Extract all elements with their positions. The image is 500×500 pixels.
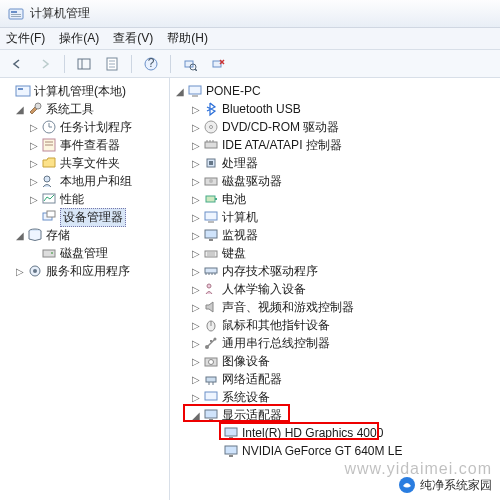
twisty-icon[interactable]: ▷ — [190, 140, 202, 151]
device-node-nvidia[interactable]: ▷ NVIDIA GeForce GT 640M LE — [170, 442, 500, 460]
device-node-keyboards[interactable]: ▷ 键盘 — [170, 244, 500, 262]
storage-icon — [27, 227, 43, 243]
svg-rect-71 — [206, 377, 216, 382]
tree-node-event-viewer[interactable]: ▷ 事件查看器 — [0, 136, 169, 154]
watermark-brand: 纯净系统家园 — [398, 476, 492, 494]
performance-icon — [41, 191, 57, 207]
twisty-icon[interactable]: ▷ — [190, 338, 202, 349]
tree-node-performance[interactable]: ▷ 性能 — [0, 190, 169, 208]
device-node-monitors[interactable]: ▷ 监视器 — [170, 226, 500, 244]
twisty-icon[interactable]: ◢ — [14, 104, 26, 115]
tree-node-task-scheduler[interactable]: ▷ 任务计划程序 — [0, 118, 169, 136]
mouse-icon — [203, 317, 219, 333]
tree-label: 磁盘驱动器 — [222, 173, 282, 190]
toolbar-separator — [64, 55, 65, 73]
device-node-system[interactable]: ▷ 系统设备 — [170, 388, 500, 406]
tree-node-shared-folders[interactable]: ▷ 共享文件夹 — [0, 154, 169, 172]
display-adapter-icon — [203, 407, 219, 423]
right-tree[interactable]: ◢ PONE-PC ▷ Bluetooth USB ▷ DVD/CD-ROM 驱… — [170, 78, 500, 500]
battery-icon — [203, 191, 219, 207]
device-node-bluetooth[interactable]: ▷ Bluetooth USB — [170, 100, 500, 118]
tree-label: 人体学输入设备 — [222, 281, 306, 298]
twisty-icon[interactable]: ◢ — [14, 230, 26, 241]
twisty-icon[interactable]: ◢ — [190, 410, 202, 421]
svg-rect-53 — [209, 239, 213, 241]
tree-node-system-tools[interactable]: ◢ 系统工具 — [0, 100, 169, 118]
svg-rect-54 — [205, 251, 217, 257]
back-button[interactable] — [6, 53, 28, 75]
twisty-icon[interactable]: ▷ — [14, 266, 26, 277]
pc-icon — [203, 209, 219, 225]
properties-button[interactable] — [101, 53, 123, 75]
twisty-icon[interactable]: ▷ — [190, 194, 202, 205]
show-hide-tree-button[interactable] — [73, 53, 95, 75]
twisty-icon[interactable]: ▷ — [190, 158, 202, 169]
device-node-mice[interactable]: ▷ 鼠标和其他指针设备 — [170, 316, 500, 334]
menu-view[interactable]: 查看(V) — [113, 30, 153, 47]
device-node-usb[interactable]: ▷ 通用串行总线控制器 — [170, 334, 500, 352]
twisty-icon[interactable]: ▷ — [190, 212, 202, 223]
device-node-memory[interactable]: ▷ 内存技术驱动程序 — [170, 262, 500, 280]
twisty-icon[interactable]: ◢ — [174, 86, 186, 97]
left-tree[interactable]: ▸ 计算机管理(本地) ◢ 系统工具 ▷ 任务计划程序 ▷ 事件查看器 ▷ 共享… — [0, 78, 170, 500]
tree-label: 任务计划程序 — [60, 119, 132, 136]
tree-node-root[interactable]: ▸ 计算机管理(本地) — [0, 82, 169, 100]
twisty-icon[interactable]: ▷ — [28, 122, 40, 133]
device-node-intel[interactable]: ▷ Intel(R) HD Graphics 4000 — [170, 424, 500, 442]
menu-action[interactable]: 操作(A) — [59, 30, 99, 47]
device-node-display[interactable]: ◢ 显示适配器 — [170, 406, 500, 424]
device-node-ide[interactable]: ▷ IDE ATA/ATAPI 控制器 — [170, 136, 500, 154]
twisty-icon[interactable]: ▷ — [190, 266, 202, 277]
twisty-icon[interactable]: ▷ — [190, 104, 202, 115]
twisty-icon[interactable]: ▷ — [190, 176, 202, 187]
tree-label: 事件查看器 — [60, 137, 120, 154]
twisty-icon[interactable]: ▷ — [28, 158, 40, 169]
twisty-icon[interactable]: ▷ — [28, 140, 40, 151]
twisty-icon[interactable]: ▷ — [190, 374, 202, 385]
device-node-dvd[interactable]: ▷ DVD/CD-ROM 驱动器 — [170, 118, 500, 136]
twisty-icon[interactable]: ▷ — [190, 122, 202, 133]
device-node-disk-drives[interactable]: ▷ 磁盘驱动器 — [170, 172, 500, 190]
tree-node-services-apps[interactable]: ▷ 服务和应用程序 — [0, 262, 169, 280]
twisty-icon[interactable]: ▷ — [190, 356, 202, 367]
tree-label: 共享文件夹 — [60, 155, 120, 172]
gpu-icon — [223, 443, 239, 459]
tree-label: 本地用户和组 — [60, 173, 132, 190]
device-node-root[interactable]: ◢ PONE-PC — [170, 82, 500, 100]
tree-label: DVD/CD-ROM 驱动器 — [222, 119, 339, 136]
device-node-imaging[interactable]: ▷ 图像设备 — [170, 352, 500, 370]
twisty-icon[interactable]: ▷ — [28, 176, 40, 187]
device-node-network[interactable]: ▷ 网络适配器 — [170, 370, 500, 388]
tree-label: 服务和应用程序 — [46, 263, 130, 280]
bluetooth-icon — [203, 101, 219, 117]
device-node-sound[interactable]: ▷ 声音、视频和游戏控制器 — [170, 298, 500, 316]
twisty-icon[interactable]: ▷ — [190, 302, 202, 313]
svg-rect-68 — [210, 340, 212, 342]
svg-rect-3 — [11, 16, 21, 17]
cpu-icon — [203, 155, 219, 171]
menu-help[interactable]: 帮助(H) — [167, 30, 208, 47]
tree-node-storage[interactable]: ◢ 存储 — [0, 226, 169, 244]
device-node-hid[interactable]: ▷ 人体学输入设备 — [170, 280, 500, 298]
forward-button[interactable] — [34, 53, 56, 75]
tree-node-device-manager[interactable]: ▷ 设备管理器 — [0, 208, 169, 226]
menu-file[interactable]: 文件(F) — [6, 30, 45, 47]
twisty-icon[interactable]: ▷ — [190, 284, 202, 295]
twisty-icon[interactable]: ▷ — [190, 248, 202, 259]
twisty-icon[interactable]: ▷ — [190, 392, 202, 403]
twisty-icon[interactable]: ▷ — [28, 194, 40, 205]
twisty-icon[interactable]: ▷ — [190, 230, 202, 241]
uninstall-device-button[interactable] — [207, 53, 229, 75]
twisty-icon[interactable]: ▷ — [190, 320, 202, 331]
svg-rect-77 — [225, 428, 237, 436]
memory-icon — [203, 263, 219, 279]
system-icon — [203, 389, 219, 405]
tree-label: 键盘 — [222, 245, 246, 262]
tree-node-disk-mgmt[interactable]: ▷ 磁盘管理 — [0, 244, 169, 262]
help-button[interactable]: ? — [140, 53, 162, 75]
device-node-computer[interactable]: ▷ 计算机 — [170, 208, 500, 226]
device-node-batteries[interactable]: ▷ 电池 — [170, 190, 500, 208]
device-node-processor[interactable]: ▷ 处理器 — [170, 154, 500, 172]
tree-node-local-users[interactable]: ▷ 本地用户和组 — [0, 172, 169, 190]
scan-hardware-button[interactable] — [179, 53, 201, 75]
